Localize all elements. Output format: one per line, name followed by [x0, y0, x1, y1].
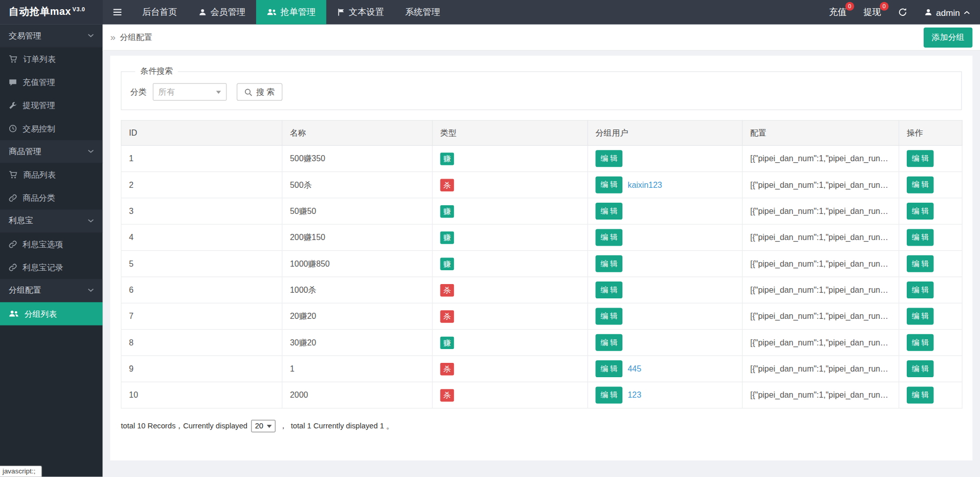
- edit-config-button[interactable]: 编 辑: [907, 255, 934, 272]
- cell-name: 30赚20: [282, 330, 432, 356]
- sidebar-item[interactable]: 利息宝记录: [0, 256, 102, 279]
- user-icon: [198, 8, 206, 16]
- cell-actions: 编 辑: [899, 277, 962, 303]
- edit-group-users-button[interactable]: 编 辑: [595, 308, 622, 324]
- sidebar-group-header[interactable]: 利息宝: [0, 209, 102, 232]
- cell-name: 1: [282, 356, 432, 382]
- pagination-text: total 10 Records，Currently displayed: [121, 421, 247, 431]
- edit-config-button[interactable]: 编 辑: [907, 229, 934, 246]
- sidebar-item[interactable]: 提现管理: [0, 94, 102, 117]
- sidebar-item-label: 商品分类: [23, 192, 55, 204]
- search-button[interactable]: 搜 索: [237, 83, 282, 101]
- edit-config-button[interactable]: 编 辑: [907, 386, 934, 403]
- menu-toggle-button[interactable]: [102, 0, 131, 25]
- top-nav-item[interactable]: 后台首页: [132, 0, 188, 25]
- edit-config-button[interactable]: 编 辑: [907, 177, 934, 193]
- type-badge: 赚: [440, 231, 454, 244]
- column-header: 操作: [899, 120, 962, 145]
- cell-actions: 编 辑: [899, 198, 962, 224]
- topbar: 自动抢单maxV3.0 后台首页会员管理抢单管理文本设置系统管理 充值 0 提现…: [0, 0, 980, 25]
- sidebar-item-label: 提现管理: [23, 100, 55, 111]
- cell-name: 500杀: [282, 172, 432, 198]
- table-row: 830赚20赚编 辑[{"pipei_dan_num":1,"pipei_dan…: [121, 330, 963, 356]
- edit-config-button[interactable]: 编 辑: [907, 150, 934, 167]
- cell-actions: 编 辑: [899, 382, 962, 408]
- table-row: 61000杀杀编 辑[{"pipei_dan_num":1,"pipei_dan…: [121, 277, 963, 303]
- edit-config-button[interactable]: 编 辑: [907, 360, 934, 377]
- sidebar-item[interactable]: 交易控制: [0, 117, 102, 140]
- menu-icon: [112, 7, 122, 17]
- search-button-label: 搜 索: [256, 86, 275, 98]
- cell-type: 赚: [432, 251, 588, 277]
- group-user-link[interactable]: kaixin123: [628, 180, 662, 189]
- top-nav-item[interactable]: 抢单管理: [256, 0, 326, 25]
- edit-group-users-button[interactable]: 编 辑: [595, 229, 622, 246]
- table-row: 1500赚350赚编 辑[{"pipei_dan_num":1,"pipei_d…: [121, 145, 963, 171]
- type-badge: 赚: [440, 336, 454, 349]
- column-header: 配置: [742, 120, 899, 145]
- column-header: 类型: [432, 120, 588, 145]
- sidebar-group-header[interactable]: 交易管理: [0, 25, 102, 48]
- cell-type: 杀: [432, 382, 588, 408]
- top-nav: 后台首页会员管理抢单管理文本设置系统管理: [132, 0, 451, 25]
- search-row: 分类 所有 搜 索: [130, 83, 952, 101]
- cell-actions: 编 辑: [899, 356, 962, 382]
- app-logo: 自动抢单maxV3.0: [0, 0, 102, 25]
- category-select[interactable]: 所有: [153, 83, 226, 101]
- sidebar-item[interactable]: 充值管理: [0, 71, 102, 94]
- edit-config-button[interactable]: 编 辑: [907, 203, 934, 220]
- sidebar-item[interactable]: 分组列表: [0, 302, 102, 325]
- table-row: 91杀编 辑445[{"pipei_dan_num":1,"pipei_dan_…: [121, 356, 963, 382]
- edit-group-users-button[interactable]: 编 辑: [595, 255, 622, 272]
- edit-group-users-button[interactable]: 编 辑: [595, 203, 622, 220]
- recharge-button[interactable]: 充值 0: [829, 7, 846, 18]
- sidebar-item[interactable]: 利息宝选项: [0, 233, 102, 256]
- edit-group-users-button[interactable]: 编 辑: [595, 360, 622, 377]
- sidebar-group-header[interactable]: 商品管理: [0, 140, 102, 163]
- edit-group-users-button[interactable]: 编 辑: [595, 281, 622, 298]
- edit-config-button[interactable]: 编 辑: [907, 281, 934, 298]
- app-title: 自动抢单max: [9, 6, 71, 19]
- add-group-button[interactable]: 添加分组: [924, 27, 972, 47]
- edit-group-users-button[interactable]: 编 辑: [595, 386, 622, 403]
- admin-label: admin: [936, 7, 960, 17]
- search-legend: 条件搜索: [135, 66, 178, 77]
- sidebar-item[interactable]: 订单列表: [0, 48, 102, 71]
- edit-group-users-button[interactable]: 编 辑: [595, 334, 622, 351]
- edit-config-button[interactable]: 编 辑: [907, 334, 934, 351]
- cell-id: 1: [121, 145, 282, 171]
- edit-config-button[interactable]: 编 辑: [907, 308, 934, 324]
- cell-id: 10: [121, 382, 282, 408]
- column-header: 名称: [282, 120, 432, 145]
- type-badge: 杀: [440, 310, 454, 322]
- sidebar-item[interactable]: 商品列表: [0, 163, 102, 186]
- table-row: 2500杀杀编 辑kaixin123[{"pipei_dan_num":1,"p…: [121, 172, 963, 198]
- caret-down-icon: [216, 91, 221, 94]
- refresh-button[interactable]: [898, 8, 907, 17]
- withdraw-label: 提现: [863, 7, 881, 17]
- top-nav-label: 系统管理: [405, 7, 440, 18]
- top-nav-item[interactable]: 文本设置: [326, 0, 394, 25]
- sidebar-group-header[interactable]: 分组配置: [0, 279, 102, 302]
- group-user-link[interactable]: 445: [628, 364, 641, 373]
- cell-type: 赚: [432, 224, 588, 250]
- chevron-down-icon: [88, 219, 94, 223]
- admin-menu[interactable]: admin: [924, 7, 970, 17]
- sidebar-item-label: 商品管理: [9, 146, 41, 157]
- cell-id: 3: [121, 198, 282, 224]
- edit-group-users-button[interactable]: 编 辑: [595, 177, 622, 193]
- sidebar-item[interactable]: 商品分类: [0, 186, 102, 209]
- page-size-select[interactable]: 20: [251, 420, 276, 432]
- withdraw-button[interactable]: 提现 0: [863, 7, 881, 18]
- edit-group-users-button[interactable]: 编 辑: [595, 150, 622, 167]
- group-user-link[interactable]: 123: [628, 391, 641, 400]
- top-nav-item[interactable]: 会员管理: [188, 0, 256, 25]
- cell-id: 8: [121, 330, 282, 356]
- cell-group-users: 编 辑: [588, 303, 742, 329]
- cell-id: 9: [121, 356, 282, 382]
- topbar-right: 充值 0 提现 0 admin: [829, 0, 980, 25]
- cell-type: 杀: [432, 277, 588, 303]
- top-nav-item[interactable]: 系统管理: [394, 0, 451, 25]
- cell-name: 2000: [282, 382, 432, 408]
- status-bar: javascript:;: [0, 465, 41, 476]
